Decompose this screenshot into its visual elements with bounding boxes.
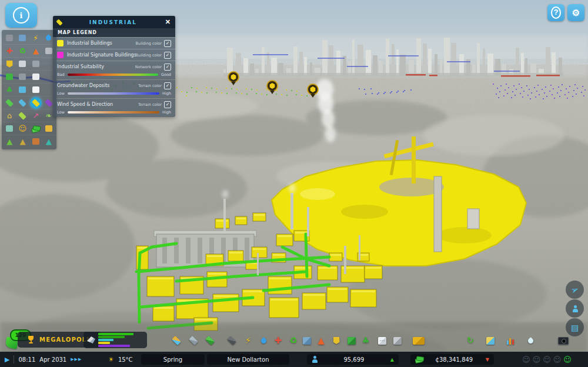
toolbar-bulldozer[interactable] [412, 334, 426, 347]
happiness-face-icon[interactable]: ☺ [553, 356, 562, 363]
infoview-greenery[interactable] [16, 109, 29, 122]
zoning-demand-widget[interactable] [83, 332, 147, 348]
demand-bar [98, 339, 113, 341]
legend-checkbox[interactable]: ✓ [164, 40, 171, 47]
close-icon[interactable]: ✕ [164, 19, 172, 25]
happiness-face-icon[interactable]: ☺ [543, 356, 551, 363]
toolbar-water-sewage[interactable] [256, 334, 270, 347]
police-icon [6, 61, 13, 68]
season-selector[interactable]: Spring [141, 354, 205, 365]
infoview-signature[interactable] [29, 84, 42, 96]
settings-button[interactable]: ⚙ [567, 4, 584, 21]
play-pause-button[interactable]: ▶ [5, 356, 9, 363]
toolbar-areas[interactable] [186, 334, 201, 347]
toolbar-electricity[interactable]: ⚡ [241, 334, 255, 347]
lifepath-button[interactable] [566, 299, 584, 318]
money-widget[interactable]: ¢38,341,849 ▼ [410, 354, 494, 365]
electricity-icon: ⚡ [245, 336, 252, 345]
happiness-icon: ☺ [19, 125, 27, 132]
toolbar-roads[interactable] [225, 334, 239, 347]
temperature: 15°C [118, 356, 133, 363]
infoview-row: ⚡ [3, 32, 55, 45]
toolbar-education[interactable] [300, 334, 314, 347]
legend-item-label: Industrial Suitability [57, 64, 135, 69]
police-icon [333, 337, 340, 344]
sim-speed-control[interactable]: ▶▶▶ [71, 357, 82, 362]
legend-item-label: Industrial Signature Buildings [67, 52, 136, 58]
legend-checkbox[interactable]: ✓ [164, 82, 171, 89]
electricity-icon: ⚡ [33, 34, 38, 42]
toolbar-landscaping[interactable] [203, 334, 217, 347]
infoview-residential[interactable]: ⌂ [3, 109, 16, 122]
toolbar-statistics[interactable] [503, 334, 517, 347]
legend-checkbox[interactable]: ✓ [164, 101, 171, 108]
toolbar-communications[interactable]: ⋯ [375, 334, 389, 347]
toolbar-city-information[interactable] [483, 334, 497, 347]
infoview-police[interactable] [3, 58, 16, 70]
chirper-button[interactable]: ➢ [566, 281, 584, 299]
infoview-healthcare[interactable]: ✚ [3, 45, 16, 57]
population-widget[interactable]: 95,699 ▲ [307, 354, 399, 365]
infoview-happiness[interactable]: ☺ [16, 122, 29, 135]
infoview-economy[interactable]: ↗ [29, 109, 42, 122]
legend-color-type: Terrain color [138, 84, 162, 88]
economy-icon: ↗ [32, 112, 39, 119]
infoview-buildings[interactable] [16, 32, 29, 44]
infoview-electricity[interactable]: ⚡ [29, 32, 42, 44]
legend-checkbox[interactable]: ✓ [164, 64, 171, 71]
happiness-face-icon[interactable]: ☺ [522, 356, 530, 363]
population-count: 95,699 [343, 356, 364, 363]
infoview-roads[interactable] [3, 32, 16, 44]
help-button[interactable]: ? [547, 4, 564, 21]
happiness-widget[interactable]: ☺☺☺☺☺ [522, 352, 572, 367]
legend-checkbox[interactable]: ✓ [164, 52, 171, 59]
infoview-fertile-land[interactable]: ▲ [42, 135, 55, 148]
infoview-row: ♣ [3, 84, 55, 96]
toolbar-milestones[interactable] [523, 334, 537, 347]
infoview-postal[interactable] [29, 58, 42, 70]
infoview-terrain[interactable]: ▲ [3, 135, 16, 148]
toolbar-landscaping-tools[interactable] [390, 334, 405, 347]
toolbar-photo-mode[interactable] [556, 334, 570, 347]
season-label: Spring [163, 356, 182, 363]
infoview-communications[interactable] [29, 71, 42, 83]
infoview-pollution[interactable] [3, 122, 16, 135]
infoview-fire-rescue[interactable]: ▲ [29, 45, 42, 57]
happiness-face-active-icon[interactable]: ☺ [563, 356, 572, 363]
toolbar-economy[interactable]: ↻ [463, 334, 477, 347]
infoview-garbage[interactable]: ♻ [16, 45, 29, 57]
infoview-finance[interactable] [29, 122, 42, 135]
game-date: Apr 2031 [39, 356, 66, 363]
happiness-face-icon[interactable]: ☺ [533, 356, 541, 363]
toolbar-health-deathcare[interactable]: ✚ [271, 334, 285, 347]
status-bar: ▶ 08:11 Apr 2031 ▶▶▶ ☀ 15°C Spring New D… [0, 352, 588, 367]
infoview-tourism[interactable] [16, 84, 29, 96]
infoviews-toggle-button[interactable]: i [5, 3, 37, 28]
parks-recreation-icon: ♣ [362, 336, 369, 345]
infoview-hills[interactable]: ▲ [16, 135, 29, 148]
infoview-land-value[interactable] [3, 96, 16, 109]
population-icon [312, 356, 318, 363]
toolbar-fire-rescue[interactable]: ▲ [314, 334, 328, 347]
infoview-parks-recreation[interactable]: ♣ [3, 84, 16, 96]
infoview-attractiveness[interactable] [42, 122, 55, 135]
infoview-education[interactable] [16, 58, 29, 70]
toolbar-garbage[interactable]: ♻ [286, 334, 300, 347]
infoview-industrial[interactable] [29, 96, 42, 109]
infoview-water-resources[interactable] [16, 96, 29, 109]
communications-icon [32, 74, 39, 80]
legend-color-type: Building color [136, 53, 162, 58]
infoview-oil-resources[interactable] [29, 135, 42, 148]
toolbar-parks-recreation[interactable]: ♣ [359, 334, 373, 347]
city-name-pill[interactable]: New Dollarton [207, 354, 289, 365]
infoview-transportation[interactable] [3, 71, 16, 83]
education-icon [19, 61, 26, 67]
map-legend-panel: INDUSTRIAL ✕ MAP LEGEND Industrial Build… [53, 16, 175, 117]
gradient-bar [68, 74, 158, 76]
infoview-row: ✚♻▲ [3, 45, 55, 58]
infoview-rail[interactable] [16, 71, 29, 83]
game-viewport[interactable]: i ⚡✚♻▲♣⌂↗❧☺▲▲▲ INDUSTRIAL ✕ MAP LEGEND I… [0, 0, 588, 367]
toolbar-transportation[interactable] [345, 334, 359, 347]
toolbar-police[interactable] [329, 334, 343, 347]
toolbar-zones[interactable] [169, 334, 183, 347]
